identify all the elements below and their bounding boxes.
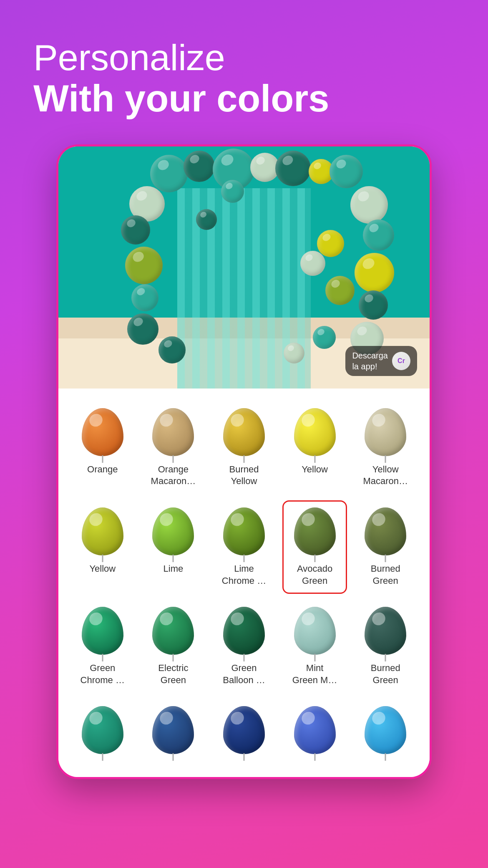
color-label-green-chrome: GreenChrome … bbox=[80, 662, 125, 686]
balloon-blue bbox=[294, 706, 336, 754]
balloon-burned-yellow bbox=[223, 408, 265, 456]
color-label-burned-green-2: BurnedGreen bbox=[371, 662, 400, 686]
color-label-yellow-green: Yellow bbox=[89, 563, 116, 575]
color-label-burned-green-1: BurnedGreen bbox=[371, 563, 400, 587]
color-label-orange: Orange bbox=[87, 464, 118, 476]
balloon-yellow-macaron bbox=[365, 408, 406, 456]
balloon-light-blue bbox=[365, 706, 406, 754]
color-label-electric-green: ElectricGreen bbox=[158, 662, 188, 686]
balloon-orange-macaron bbox=[152, 408, 194, 456]
balloon-green-chrome bbox=[82, 607, 123, 655]
color-label-yellow-macaron: YellowMacaron… bbox=[363, 464, 408, 487]
color-item-dark-blue[interactable] bbox=[211, 699, 277, 769]
balloon-avocado-green bbox=[294, 507, 336, 555]
color-item-blue[interactable] bbox=[282, 699, 347, 769]
download-text: Descargala app! bbox=[352, 350, 388, 372]
balloon-mint-green bbox=[294, 607, 336, 655]
color-label-mint-green: MintGreen M… bbox=[292, 662, 337, 686]
balloon-dark-blue bbox=[223, 706, 265, 754]
color-item-green-chrome[interactable]: GreenChrome … bbox=[70, 600, 135, 693]
color-item-light-blue[interactable] bbox=[353, 699, 418, 769]
color-item-yellow[interactable]: Yellow bbox=[282, 401, 347, 495]
balloon-scene: Descargala app! Cr bbox=[58, 146, 430, 389]
color-item-navy[interactable] bbox=[141, 699, 206, 769]
color-grid-section: Orange OrangeMacaron… BurnedYellow Yello… bbox=[58, 389, 430, 777]
color-item-green-balloon[interactable]: GreenBalloon … bbox=[211, 600, 277, 693]
balloon-burned-green-1 bbox=[365, 507, 406, 555]
balloon-lime bbox=[152, 507, 194, 555]
headline-section: Personalize With your colors bbox=[0, 38, 488, 119]
page-container: Personalize With your colors bbox=[0, 0, 488, 868]
balloon-orange bbox=[82, 408, 123, 456]
balloon-teal bbox=[82, 706, 123, 754]
color-item-burned-green-1[interactable]: BurnedGreen bbox=[353, 500, 418, 594]
color-item-yellow-macaron[interactable]: YellowMacaron… bbox=[353, 401, 418, 495]
balloon-navy bbox=[152, 706, 194, 754]
color-label-burned-yellow: BurnedYellow bbox=[229, 464, 259, 487]
color-label-orange-macaron: OrangeMacaron… bbox=[151, 464, 196, 487]
balloon-burned-green-2 bbox=[365, 607, 406, 655]
color-label-green-balloon: GreenBalloon … bbox=[223, 662, 265, 686]
color-item-orange[interactable]: Orange bbox=[70, 401, 135, 495]
color-label-avocado-green: AvocadoGreen bbox=[297, 563, 332, 587]
headline-line2: With your colors bbox=[33, 78, 455, 119]
balloon-green-balloon bbox=[223, 607, 265, 655]
color-item-burned-yellow[interactable]: BurnedYellow bbox=[211, 401, 277, 495]
color-grid: Orange OrangeMacaron… BurnedYellow Yello… bbox=[70, 401, 418, 769]
color-item-mint-green[interactable]: MintGreen M… bbox=[282, 600, 347, 693]
headline-line1: Personalize bbox=[33, 38, 455, 78]
color-item-orange-macaron[interactable]: OrangeMacaron… bbox=[141, 401, 206, 495]
phone-card: Descargala app! Cr Orange OrangeMacaron…… bbox=[56, 144, 432, 780]
color-label-yellow: Yellow bbox=[302, 464, 328, 476]
balloon-yellow bbox=[294, 408, 336, 456]
balloon-yellow-green bbox=[82, 507, 123, 555]
color-item-avocado-green[interactable]: AvocadoGreen bbox=[282, 500, 347, 594]
color-item-teal[interactable] bbox=[70, 699, 135, 769]
balloon-lime-chrome bbox=[223, 507, 265, 555]
color-label-lime-chrome: LimeChrome … bbox=[222, 563, 266, 587]
color-item-electric-green[interactable]: ElectricGreen bbox=[141, 600, 206, 693]
download-badge[interactable]: Descargala app! Cr bbox=[345, 346, 417, 376]
color-item-lime-chrome[interactable]: LimeChrome … bbox=[211, 500, 277, 594]
balloon-electric-green bbox=[152, 607, 194, 655]
color-item-lime[interactable]: Lime bbox=[141, 500, 206, 594]
cr-logo: Cr bbox=[392, 352, 410, 370]
color-item-burned-green-2[interactable]: BurnedGreen bbox=[353, 600, 418, 693]
color-item-yellow-green[interactable]: Yellow bbox=[70, 500, 135, 594]
color-label-lime: Lime bbox=[164, 563, 184, 575]
